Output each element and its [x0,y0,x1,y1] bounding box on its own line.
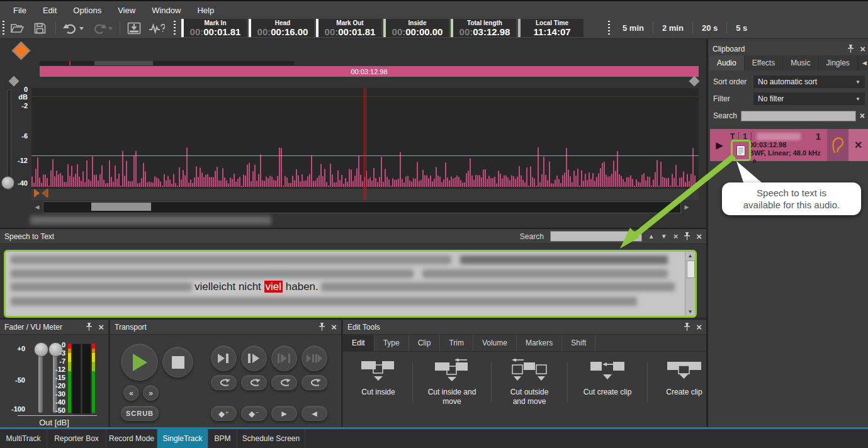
preset-2min[interactable]: 2 min [653,23,692,33]
item-close-button[interactable]: × [848,129,868,161]
play-around-button[interactable] [302,345,327,371]
inside-field[interactable]: Inside 00:00:00.00 [383,19,449,37]
cut-inside-move-button[interactable]: Cut inside andmove [417,359,487,406]
search-clear-icon[interactable]: × [860,111,865,121]
tab-trim[interactable]: Trim [440,335,473,351]
preset-5s[interactable]: 5 s [727,23,756,33]
filter-dropdown[interactable]: No filter▼ [753,92,865,105]
clipboard-audio-item[interactable]: ▶ T 1 1 00:03:12.98 BWF, Linear; 48.0 kH… [710,129,868,161]
loop-button-4[interactable] [302,375,327,390]
remove-marker-button[interactable]: ◆⁻ [241,406,267,421]
tab-shift[interactable]: Shift [562,335,595,351]
transcript-scroll-thumb[interactable] [687,260,695,278]
scroll-left-arrow[interactable]: ◀ [33,201,42,212]
pin-icon[interactable] [684,232,690,240]
waveform-plot[interactable] [31,88,699,200]
fader-left-knob[interactable] [34,342,48,357]
undo-button[interactable] [60,20,86,36]
redo-button[interactable] [89,20,115,36]
prev-marker-button[interactable]: ◀ [302,406,327,421]
play-button[interactable] [121,344,158,381]
tab-audio[interactable]: Audio [709,55,745,70]
cut-outside-move-button[interactable]: Cut outsideand move [495,359,563,406]
left-boundary-diamond[interactable] [9,76,20,87]
audio-duration-bar[interactable]: 00:03:12.98 [40,66,699,77]
cut-create-clip-button[interactable]: Cut create clip [572,359,643,406]
preset-5min[interactable]: 5 min [614,23,653,33]
overview-bar[interactable] [40,61,294,65]
toolbar-grip[interactable] [3,21,4,35]
pause-play-button[interactable] [241,345,267,371]
cut-inside-button[interactable]: Cut inside [348,359,409,406]
head-field[interactable]: Head 00:00:16.00 [249,19,314,37]
fader-left-track[interactable] [38,349,43,413]
loop-button-1[interactable] [211,375,237,390]
waveform-tool-button[interactable] [147,20,166,36]
mark-out-field[interactable]: Mark Out 00:00:01.81 [316,19,381,37]
scrub-button[interactable]: SCRUB [121,406,159,421]
total-length-field[interactable]: Total length 00:03:12.98 [451,19,516,37]
menu-edit[interactable]: Edit [35,6,65,15]
collapse-chevron-icon[interactable]: » [750,159,758,164]
close-icon[interactable]: × [860,45,865,53]
prelisten-ear-button[interactable] [827,129,848,161]
scroll-right-arrow[interactable]: ▶ [682,201,691,212]
tab-bpm[interactable]: BPM [208,429,237,448]
pin-icon[interactable] [318,323,325,331]
toolbar-grip[interactable] [174,21,176,35]
close-icon[interactable]: × [696,323,702,331]
loop-button-3[interactable] [271,375,297,390]
tab-jingles[interactable]: Jingles [819,55,858,70]
play-section-button[interactable] [271,345,297,371]
tab-edit[interactable]: Edit [343,335,375,351]
save-button[interactable] [30,20,49,36]
playhead-line[interactable] [364,88,364,200]
menu-file[interactable]: File [5,6,35,15]
play-to-mark-button[interactable] [211,345,237,371]
import-audio-button[interactable] [125,20,144,36]
close-icon[interactable]: × [696,233,702,240]
next-marker-button[interactable]: ▶ [271,406,297,421]
menu-help[interactable]: Help [189,6,222,15]
tab-music[interactable]: Music [783,55,818,70]
search-clear-icon[interactable]: × [674,232,679,241]
close-icon[interactable]: × [331,323,337,331]
transcript-scroll-up[interactable]: ▲ [685,252,695,260]
pin-icon[interactable] [847,45,854,53]
transcript-area[interactable]: vielleicht nicht viel haben. ▲ ▼ [4,250,697,318]
tab-record-mode[interactable]: Record Mode [106,429,157,448]
add-marker-button[interactable]: ◆⁺ [211,406,237,421]
zoom-slider-track[interactable] [7,89,11,190]
tab-clip[interactable]: Clip [409,335,441,351]
overview-visible-range[interactable] [94,61,153,65]
speech-search-input[interactable] [550,231,642,242]
zoom-slider-knob[interactable] [1,176,14,189]
tab-singletrack[interactable]: SingleTrack [157,429,208,448]
skip-back-button[interactable]: « [123,385,139,401]
open-file-button[interactable] [8,20,26,36]
tab-reporter-box[interactable]: Reporter Box [47,429,106,448]
menu-view[interactable]: View [110,6,144,15]
pin-icon[interactable] [86,323,93,331]
transcript-scrollbar[interactable]: ▲ ▼ [685,252,695,316]
close-icon[interactable]: × [98,323,104,331]
scrollbar-track[interactable] [43,201,681,213]
tab-effects[interactable]: Effects [745,55,783,70]
local-time-field[interactable]: Local Time 11:14:07 [518,19,583,37]
transcript-scroll-down[interactable]: ▼ [685,308,695,316]
tab-schedule-screen[interactable]: Schedule Screen [237,429,305,448]
tabs-scroll-left-icon[interactable]: ◀ [862,60,867,66]
clipboard-search-input[interactable] [741,111,856,121]
item-play-icon[interactable]: ▶ [710,129,729,161]
menu-window[interactable]: Window [144,6,189,15]
preset-20s[interactable]: 20 s [693,23,726,33]
tab-volume[interactable]: Volume [473,335,517,351]
scrollbar-thumb[interactable] [91,203,151,211]
tab-type[interactable]: Type [375,335,409,351]
stop-button[interactable] [162,347,193,378]
sort-order-dropdown[interactable]: No automatic sort▼ [753,76,865,88]
search-down-icon[interactable]: ▼ [661,233,667,240]
mark-in-field[interactable]: Mark In 00:00:01.81 [181,19,247,37]
edit-marker-diamond[interactable] [12,42,31,60]
audio-item-body[interactable]: ▶ T 1 1 00:03:12.98 BWF, Linear; 48.0 kH… [710,129,827,161]
